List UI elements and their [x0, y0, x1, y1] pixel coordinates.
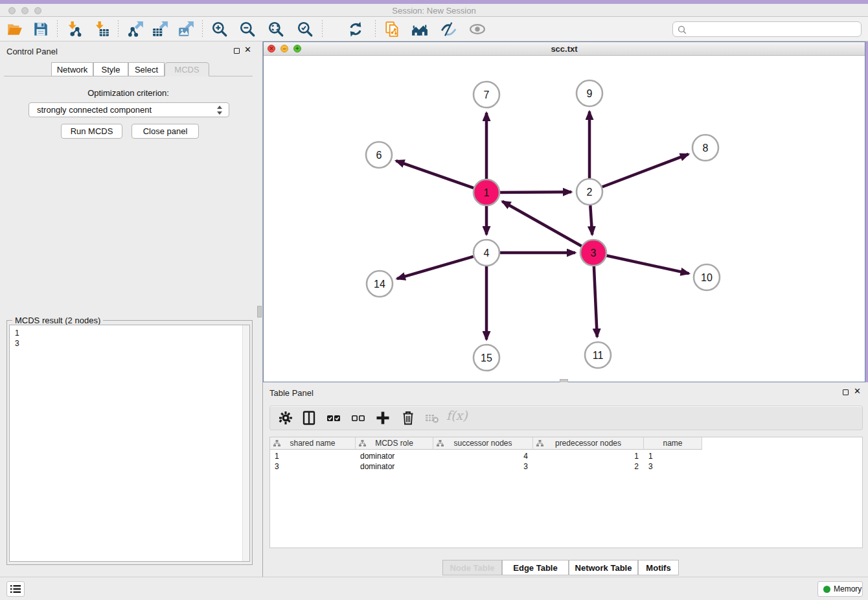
table-row[interactable]: 1dominator411 — [270, 451, 702, 461]
search-field[interactable] — [672, 21, 862, 37]
home-networks-button[interactable] — [411, 21, 428, 38]
table-row[interactable]: 3dominator323 — [270, 461, 702, 472]
graph-edge-2-3[interactable] — [590, 205, 592, 235]
save-session-button[interactable] — [32, 21, 49, 38]
tab-style[interactable]: Style — [93, 62, 128, 76]
graph-edge-1-6[interactable] — [396, 161, 474, 188]
zoom-in-button[interactable] — [211, 21, 228, 38]
import-network-button[interactable] — [66, 21, 83, 38]
graph-edge-1-2[interactable] — [500, 192, 571, 192]
memory-button[interactable]: Memory — [817, 581, 863, 597]
export-table-button[interactable] — [152, 21, 168, 38]
column-header-shared-name[interactable]: shared name — [270, 437, 356, 450]
tab-select[interactable]: Select — [128, 62, 165, 76]
create-column-button[interactable] — [375, 410, 391, 426]
export-image-button[interactable] — [177, 21, 194, 38]
float-panel-icon[interactable] — [234, 48, 240, 54]
column-header-predecessor-nodes[interactable]: predecessor nodes — [533, 437, 644, 450]
column-header-MCDS-role[interactable]: MCDS role — [356, 437, 433, 450]
application-window: Session: New Session — [0, 0, 868, 600]
optimization-criterion-select[interactable]: strongly connected component — [29, 102, 229, 117]
copy-network-button[interactable] — [384, 21, 401, 38]
deselect-all-columns-button[interactable] — [350, 410, 366, 426]
graph-edge-2-8[interactable] — [602, 154, 689, 187]
column-tree-icon — [359, 440, 366, 447]
mcds-result-textarea[interactable]: 1 3 — [9, 325, 250, 562]
export-network-icon — [135, 21, 143, 29]
table-cell[interactable]: dominator — [356, 461, 433, 472]
titlebar: Session: New Session — [0, 4, 868, 17]
network-frame-titlebar[interactable]: ✕ – + scc.txt — [264, 42, 865, 56]
node-table[interactable]: shared nameMCDS rolesuccessor nodesprede… — [269, 437, 863, 548]
toolbar-separator — [118, 20, 119, 38]
delete-table-icon — [426, 415, 439, 423]
delete-column-button[interactable] — [400, 410, 416, 426]
run-mcds-button[interactable]: Run MCDS — [61, 124, 122, 139]
table-panel-title: Table Panel — [269, 388, 314, 398]
mcds-result-lines: 1 3 — [15, 328, 19, 349]
search-input[interactable] — [690, 23, 857, 35]
trash-icon — [404, 412, 413, 424]
graph-node-label: 11 — [593, 350, 604, 361]
panel-splitter[interactable] — [257, 41, 263, 577]
export-network-button[interactable] — [127, 21, 144, 38]
table-cell[interactable]: 2 — [533, 461, 644, 472]
graph-node-label: 7 — [484, 89, 490, 100]
close-panel-button[interactable]: Close panel — [131, 124, 199, 139]
tab-node-table[interactable]: Node Table — [442, 560, 502, 575]
function-builder-button-disabled: f(x) — [446, 408, 468, 422]
table-panel-tabs: Node TableEdge TableNetwork TableMotifs — [263, 560, 868, 575]
tab-mcds[interactable]: MCDS — [165, 62, 209, 76]
table-cell[interactable]: 1 — [644, 451, 702, 461]
tab-network[interactable]: Network — [51, 62, 93, 76]
table-cell[interactable]: 3 — [644, 461, 702, 472]
toolbar-separator — [202, 20, 203, 38]
zoom-out-button[interactable] — [239, 21, 256, 38]
graph-edge-3-1[interactable] — [502, 202, 581, 246]
import-table-button[interactable] — [93, 21, 110, 38]
split-columns-button[interactable] — [301, 410, 317, 426]
table-cell[interactable]: 3 — [270, 461, 356, 472]
tab-motifs[interactable]: Motifs — [638, 560, 679, 575]
graph-node-label: 4 — [484, 248, 490, 259]
column-tree-icon — [536, 440, 543, 447]
graph-node-label: 10 — [701, 272, 713, 283]
tab-network-table[interactable]: Network Table — [569, 560, 638, 575]
table-cell[interactable]: dominator — [356, 451, 433, 461]
table-cell[interactable]: 1 — [270, 451, 356, 461]
table-cell[interactable]: 3 — [433, 461, 533, 472]
settings-gear-button[interactable] — [278, 410, 293, 426]
open-session-button[interactable] — [6, 21, 23, 38]
task-history-button[interactable] — [6, 581, 25, 597]
zoom-selected-button[interactable] — [297, 21, 314, 38]
select-all-columns-button[interactable] — [326, 410, 341, 426]
column-header-label: predecessor nodes — [555, 439, 621, 448]
close-panel-icon[interactable]: ✕ — [244, 45, 251, 54]
selected-option-label: strongly connected component — [37, 105, 152, 115]
network-canvas[interactable]: 7968124314101511 — [264, 56, 865, 382]
graph-edge-3-11[interactable] — [594, 266, 597, 337]
zoom-fit-button[interactable] — [268, 21, 284, 38]
column-header-label: MCDS role — [375, 439, 413, 448]
column-header-name[interactable]: name — [644, 437, 702, 450]
graph-node-label: 15 — [481, 352, 492, 363]
apply-layout-button[interactable] — [347, 21, 364, 38]
control-panel: Control Panel ✕ NetworkStyleSelectMCDS O… — [0, 41, 257, 577]
table-panel: Table Panel ✕ — [263, 382, 868, 577]
float-table-panel-icon[interactable] — [843, 389, 849, 395]
tab-edge-table[interactable]: Edge Table — [502, 560, 569, 575]
graph-edge-3-10[interactable] — [607, 256, 689, 274]
close-table-panel-icon[interactable]: ✕ — [854, 386, 861, 396]
graph-node-label: 3 — [591, 248, 597, 259]
graph-node-label: 6 — [376, 150, 382, 161]
table-cell[interactable]: 4 — [433, 451, 533, 461]
show-graphics-details-button[interactable] — [469, 21, 486, 38]
import-network-icon — [69, 21, 76, 29]
hide-graphics-details-button[interactable] — [440, 21, 457, 38]
mcds-result-group: MCDS result (2 nodes) 1 3 — [6, 320, 253, 565]
column-header-successor-nodes[interactable]: successor nodes — [433, 437, 533, 450]
result-scrollbar[interactable] — [242, 325, 249, 561]
splitter-handle[interactable] — [257, 306, 262, 317]
table-cell[interactable]: 1 — [533, 451, 644, 461]
graph-edge-4-14[interactable] — [397, 257, 474, 279]
